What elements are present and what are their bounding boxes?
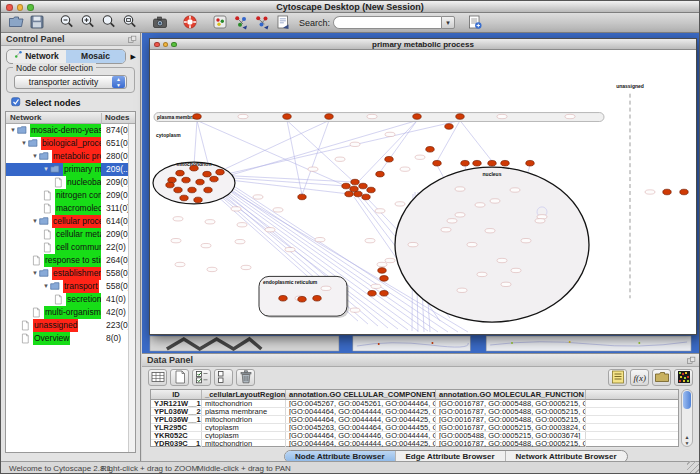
- table-row[interactable]: YKR052Ccytoplasm[GO:0044464, GO:0044446,…: [151, 432, 678, 440]
- table-column-header[interactable]: ID: [151, 390, 202, 399]
- select-nodes-label: Select nodes: [25, 98, 81, 108]
- table-row[interactable]: YDR039C__1mitochondrion[GO:0044464, GO:0…: [151, 440, 678, 448]
- table-cell: [GO:0016787, GO:0005488, GO:0005215, G..…: [436, 400, 586, 407]
- tree-row[interactable]: unassigned223(0): [6, 319, 135, 332]
- data-panel: Data Panel f(x) ID_cellularLayoutRegiona…: [142, 353, 699, 461]
- layout-a-button[interactable]: [230, 14, 251, 32]
- vizmapper-icon: [212, 14, 228, 32]
- table-cell: YPL036W__2: [151, 408, 202, 415]
- delete-attribute-button[interactable]: [236, 369, 255, 386]
- open-icon: [8, 14, 24, 32]
- expand-triangle-icon[interactable]: ▼: [42, 163, 50, 176]
- expand-triangle-icon[interactable]: ▼: [42, 280, 50, 293]
- tree-row[interactable]: ▼establishment of lo558(0): [6, 267, 135, 280]
- network-close-button[interactable]: [154, 42, 160, 48]
- scrollbar-arrows[interactable]: ▲▼: [682, 434, 692, 446]
- network-minimize-button[interactable]: [163, 42, 169, 48]
- open-button[interactable]: [5, 14, 26, 32]
- network-window-titlebar[interactable]: primary metabolic process: [150, 39, 696, 50]
- network-view-window[interactable]: primary metabolic process plasma membran…: [149, 38, 697, 335]
- select-all-attributes-button[interactable]: [192, 369, 211, 386]
- annotations-button[interactable]: [272, 14, 293, 32]
- tree-row[interactable]: multi-organism pro42(0): [6, 306, 135, 319]
- table-column-header[interactable]: annotation.GO CELLULAR_COMPONENT: [286, 390, 436, 399]
- float-panel-icon[interactable]: [128, 35, 137, 48]
- attribute-list-button[interactable]: [608, 369, 627, 386]
- tree-scrollbar[interactable]: [128, 124, 135, 452]
- minimize-button[interactable]: [17, 4, 24, 11]
- tree-row-label: establishment of lo: [52, 267, 101, 280]
- expand-triangle-icon[interactable]: ▼: [31, 150, 39, 163]
- table-column-header[interactable]: _cellularLayoutRegion: [202, 390, 286, 399]
- select-attributes-button[interactable]: [148, 369, 167, 386]
- status-zoom-hint: Right-click + drag to ZOOM: [101, 464, 198, 473]
- table-cell: [GO:0016787, GO:0005488, GO:0005215, G..…: [436, 416, 586, 423]
- tree-row[interactable]: ▼transport558(0): [6, 280, 135, 293]
- table-cell: YJR121W__1: [151, 400, 202, 407]
- expand-triangle-icon[interactable]: ▼: [9, 124, 17, 137]
- import-table-button[interactable]: [464, 14, 485, 32]
- tree-header[interactable]: Network Nodes: [6, 112, 135, 124]
- tree-row[interactable]: response to stimul264(0): [6, 254, 135, 267]
- node-color-dropdown[interactable]: transporter activity ▲▼: [14, 75, 127, 89]
- app-titlebar[interactable]: Cytoscape Desktop (New Session): [1, 1, 699, 13]
- expand-triangle-icon[interactable]: ▼: [31, 267, 39, 280]
- import-attributes-button[interactable]: [652, 369, 671, 386]
- save-button[interactable]: [26, 14, 47, 32]
- select-nodes-checkbox[interactable]: [11, 97, 21, 109]
- zoom-out-button[interactable]: [56, 14, 77, 32]
- tree-row[interactable]: ▼primary metabo209(...: [6, 163, 135, 176]
- table-column-header[interactable]: [586, 390, 684, 399]
- table-scrollbar[interactable]: ▲▼: [681, 389, 693, 447]
- snapshot-icon: [152, 14, 168, 32]
- expand-triangle-icon[interactable]: ▼: [20, 137, 28, 150]
- search-dropdown-button[interactable]: ▾: [441, 16, 455, 29]
- table-row[interactable]: YLR295Ccytoplasm[GO:0045263, GO:0044464,…: [151, 424, 678, 432]
- tree-row[interactable]: ▼cellular process614(0): [6, 215, 135, 228]
- tree-row[interactable]: cell communicat22(0): [6, 241, 135, 254]
- matrix-view-button[interactable]: [674, 369, 693, 386]
- snapshot-button[interactable]: [149, 14, 170, 32]
- tree-row[interactable]: secretion41(0): [6, 293, 135, 306]
- tree-row[interactable]: nitrogen compo209(0): [6, 189, 135, 202]
- tab-mosaic[interactable]: Mosaic: [66, 50, 125, 63]
- tab-overflow-button[interactable]: ▶: [131, 53, 136, 61]
- tree-row[interactable]: macromolecule311(0): [6, 202, 135, 215]
- search-input[interactable]: [333, 16, 441, 29]
- zoom-button[interactable]: [27, 4, 34, 11]
- scrollbar-thumb[interactable]: [683, 391, 691, 409]
- tree-row[interactable]: ▼mosaic-demo-yeast874(0): [6, 124, 135, 137]
- attribute-table[interactable]: ID_cellularLayoutRegionannotation.GO CEL…: [150, 389, 679, 447]
- table-row[interactable]: YPL036W__1mitochondrion[GO:0044464, GO:0…: [151, 416, 678, 424]
- expand-triangle-icon[interactable]: ▼: [31, 215, 39, 228]
- svg-text:nucleus: nucleus: [483, 171, 502, 177]
- network-zoom-button[interactable]: [171, 42, 177, 48]
- zoom-in-button[interactable]: [77, 14, 98, 32]
- function-builder-button[interactable]: f(x): [630, 369, 649, 386]
- tree-row[interactable]: nucleobase-209(0): [6, 176, 135, 189]
- table-cell: [GO:0016787, GO:0005488, GO:0005215, G..…: [436, 408, 586, 415]
- attribute-table-header[interactable]: ID_cellularLayoutRegionannotation.GO CEL…: [151, 390, 678, 400]
- table-cell: cytoplasm: [202, 432, 286, 439]
- vizmapper-button[interactable]: [209, 14, 230, 32]
- create-attribute-button[interactable]: [170, 369, 189, 386]
- select-nodes-row: Select nodes: [11, 97, 81, 109]
- table-row[interactable]: YPL036W__2plasma membrane[GO:0044464, GO…: [151, 408, 678, 416]
- table-column-header[interactable]: annotation.GO MOLECULAR_FUNCTION: [436, 390, 586, 399]
- unselect-all-attributes-button[interactable]: [214, 369, 233, 386]
- tree-row[interactable]: ▼biological_process651(0): [6, 137, 135, 150]
- resize-grip[interactable]: [687, 461, 699, 473]
- tree-row[interactable]: Overview8(0): [6, 332, 135, 345]
- network-canvas[interactable]: plasma membranecytoplasmmitochondrionnuc…: [150, 50, 696, 334]
- table-cell: [GO:0044464, GO:0044444, GO:0044425, G..…: [286, 440, 436, 447]
- zoom-fit-button[interactable]: [98, 14, 119, 32]
- tree-row[interactable]: ▼metabolic process280(0): [6, 150, 135, 163]
- zoom-selected-button[interactable]: [119, 14, 140, 32]
- close-button[interactable]: [6, 4, 13, 11]
- help-button[interactable]: [179, 14, 200, 32]
- table-row[interactable]: YJR121W__1mitochondrion[GO:0045267, GO:0…: [151, 400, 678, 408]
- tree-row[interactable]: cellular metabo209(0): [6, 228, 135, 241]
- save-icon: [29, 14, 45, 32]
- tab-network[interactable]: Network: [7, 50, 66, 63]
- layout-b-button[interactable]: [251, 14, 272, 32]
